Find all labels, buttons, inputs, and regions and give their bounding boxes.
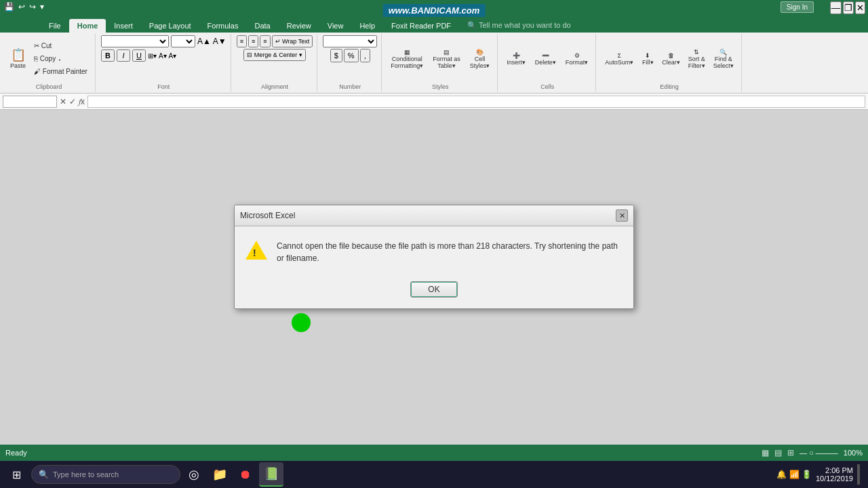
conditional-formatting-button[interactable]: ▦ConditionalFormatting▾	[387, 47, 427, 71]
ribbon-group-editing: ΣAutoSum▾ ⬇Fill▾ 🗑Clear▾ ⇅Sort &Filter▾ …	[597, 34, 742, 92]
search-placeholder: Type here to search	[53, 470, 119, 479]
search-bar[interactable]: 🔍 Type here to search	[31, 465, 180, 484]
find-select-button[interactable]: 🔍Find &Select▾	[710, 47, 737, 71]
show-desktop-button[interactable]	[857, 464, 860, 485]
font-size-select[interactable]	[171, 35, 195, 47]
ribbon-group-styles: ▦ConditionalFormatting▾ ▤Format asTable▾…	[383, 34, 498, 92]
bold-button[interactable]: B	[101, 49, 115, 62]
save-icon[interactable]: 💾	[3, 1, 16, 12]
border-button[interactable]: ⊞▾	[148, 52, 157, 60]
search-icon: 🔍	[39, 470, 49, 479]
cell-styles-button[interactable]: 🎨CellStyles▾	[467, 47, 494, 71]
dialog-footer: OK	[235, 276, 633, 308]
ribbon-group-clipboard: 📋 Paste ✂ Cut ⎘ Copy ▾ 🖌 Format Painter …	[3, 34, 96, 92]
zoom-level: 100%	[844, 449, 863, 457]
tab-review[interactable]: Review	[279, 19, 319, 33]
spreadsheet-area: Microsoft Excel ✕ Cannot open the file b…	[0, 110, 868, 445]
editing-label: Editing	[660, 82, 679, 90]
page-layout-view-button[interactable]: ▤	[774, 448, 782, 458]
fill-color-button[interactable]: A▾	[159, 52, 167, 60]
format-button[interactable]: ⚙Format▾	[562, 50, 592, 68]
delete-button[interactable]: ➖Delete▾	[532, 50, 559, 68]
comma-button[interactable]: ,	[360, 49, 370, 62]
underline-button[interactable]: U	[132, 49, 146, 62]
number-format-select[interactable]	[323, 35, 377, 47]
modal-overlay: Microsoft Excel ✕ Cannot open the file b…	[0, 110, 868, 445]
sign-in-button[interactable]: Sign In	[781, 1, 814, 13]
close-button[interactable]: ✕	[855, 1, 865, 14]
clear-button[interactable]: 🗑Clear▾	[658, 50, 684, 68]
taskbar-file-explorer[interactable]: 📁	[208, 462, 232, 487]
ok-button[interactable]: OK	[410, 281, 458, 298]
system-tray-icons: 🔔 📶 🔋	[776, 470, 812, 479]
tab-foxit[interactable]: Foxit Reader PDF	[383, 19, 459, 33]
zoom-slider[interactable]: — ○ ———	[800, 449, 838, 457]
font-label: Font	[157, 82, 170, 90]
font-family-select[interactable]	[101, 35, 169, 47]
dialog-close-button[interactable]: ✕	[616, 209, 628, 222]
tab-data[interactable]: Data	[246, 19, 278, 33]
redo-icon[interactable]: ↪	[28, 1, 37, 12]
insert-button[interactable]: ➕Insert▾	[503, 50, 529, 68]
dialog-titlebar: Microsoft Excel ✕	[235, 205, 633, 226]
tab-help[interactable]: Help	[351, 19, 383, 33]
cut-button[interactable]: ✂ Cut	[31, 40, 91, 52]
ribbon-group-font: A▲ A▼ B I U ⊞▾ A▾ A▾ Font	[97, 34, 231, 92]
qa-dropdown-icon[interactable]: ▾	[39, 1, 45, 12]
insert-function-icon[interactable]: 𝑓x	[79, 97, 85, 106]
status-text: Ready	[5, 449, 27, 457]
ribbon-tabs: File Home Insert Page Layout Formulas Da…	[0, 15, 868, 33]
align-center-button[interactable]: ≡	[248, 35, 258, 47]
page-break-view-button[interactable]: ⊞	[787, 448, 794, 458]
copy-button[interactable]: ⎘ Copy ▾	[31, 53, 91, 64]
status-bar: Ready ▦ ▤ ⊞ — ○ ——— 100%	[0, 445, 868, 461]
title-bar: 💾 ↩ ↪ ▾ www.BANDICAM.com Sign In — ❐ ✕	[0, 0, 868, 15]
taskbar-right: 🔔 📶 🔋 2:06 PM 10/12/2019	[776, 464, 865, 485]
fill-button[interactable]: ⬇Fill▾	[638, 50, 657, 68]
alignment-label: Alignment	[261, 82, 288, 90]
autosum-button[interactable]: ΣAutoSum▾	[601, 50, 637, 68]
maximize-button[interactable]: ❐	[843, 1, 854, 14]
bandicam-watermark: www.BANDICAM.com	[383, 4, 486, 17]
normal-view-button[interactable]: ▦	[762, 448, 769, 458]
tab-view[interactable]: View	[319, 19, 352, 33]
taskbar-cortana[interactable]: ◎	[182, 462, 206, 487]
format-as-table-button[interactable]: ▤Format asTable▾	[429, 47, 464, 71]
dialog-message: Cannot open the file because the file pa…	[277, 240, 623, 264]
quick-access-toolbar: 💾 ↩ ↪ ▾	[3, 1, 45, 12]
undo-icon[interactable]: ↩	[17, 1, 26, 12]
confirm-formula-icon[interactable]: ✓	[69, 97, 76, 106]
merge-center-button[interactable]: ⊟ Merge & Center ▾	[243, 49, 306, 61]
wrap-text-button[interactable]: ↵ Wrap Text	[272, 35, 313, 47]
start-button[interactable]: ⊞	[3, 461, 30, 488]
number-label: Number	[339, 82, 361, 90]
styles-label: Styles	[432, 82, 449, 90]
tab-page-layout[interactable]: Page Layout	[141, 19, 199, 33]
tab-tell-me[interactable]: 🔍 Tell me what you want to do	[459, 18, 579, 33]
formula-input[interactable]	[87, 96, 865, 108]
taskbar-excel[interactable]: 📗	[259, 462, 283, 487]
align-left-button[interactable]: ≡	[237, 35, 247, 47]
tab-file[interactable]: File	[41, 19, 69, 33]
format-painter-button[interactable]: 🖌 Format Painter	[31, 66, 91, 77]
dialog-title: Microsoft Excel	[240, 211, 295, 220]
tab-formulas[interactable]: Formulas	[199, 19, 247, 33]
name-box[interactable]	[3, 96, 57, 108]
tab-insert[interactable]: Insert	[106, 19, 141, 33]
ribbon-group-number: $ % , Number	[319, 34, 382, 92]
percent-button[interactable]: %	[344, 49, 359, 62]
paste-button[interactable]: 📋 Paste	[7, 46, 29, 72]
dialog-body: Cannot open the file because the file pa…	[235, 226, 633, 276]
font-color-button[interactable]: A▾	[169, 52, 177, 60]
currency-button[interactable]: $	[330, 49, 342, 62]
clipboard-label: Clipboard	[36, 82, 62, 90]
decrease-font-button[interactable]: A▼	[213, 37, 226, 46]
minimize-button[interactable]: —	[830, 1, 842, 14]
tab-home[interactable]: Home	[69, 19, 106, 33]
taskbar-recording[interactable]: ⏺	[233, 462, 258, 487]
sort-filter-button[interactable]: ⇅Sort &Filter▾	[685, 47, 709, 71]
cancel-formula-icon[interactable]: ✕	[60, 97, 66, 106]
increase-font-button[interactable]: A▲	[197, 37, 211, 46]
italic-button[interactable]: I	[117, 49, 130, 62]
align-right-button[interactable]: ≡	[260, 35, 270, 47]
